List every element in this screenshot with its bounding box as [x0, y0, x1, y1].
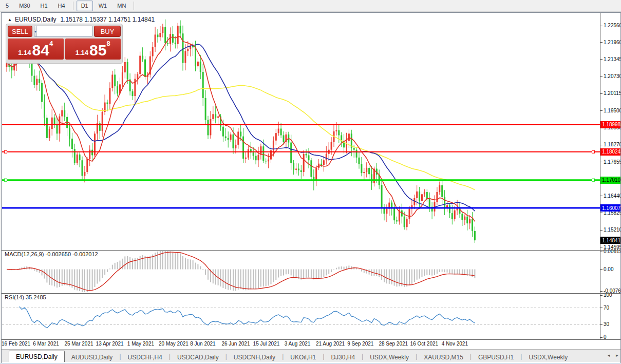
- rsi-label: RSI(14) 35.2485: [5, 294, 46, 300]
- axis-tick: [600, 42, 603, 43]
- axis-tick: [600, 252, 603, 252]
- axis-tick: [600, 295, 603, 296]
- macd-label: MACD(12,26,9) -0.002650 -0.002012: [5, 251, 98, 257]
- sell-price-fraction: 4: [49, 40, 53, 47]
- axis-tick: [600, 26, 603, 26]
- timeframe-button-h1[interactable]: H1: [36, 1, 52, 11]
- chart-symbol-label: EURUSD,Daily: [15, 16, 57, 23]
- price-level-badge: 1.17010: [600, 177, 620, 184]
- chart-tab-bar: EURUSD,DailyAUDUSD,Daily|USDCHF,H4|USDCA…: [2, 349, 620, 362]
- price-level-badge: 1.18998: [600, 121, 620, 128]
- axis-tick: [600, 213, 603, 213]
- tab-scroll-left-icon[interactable]: ◂: [608, 353, 610, 358]
- collapse-arrow-icon[interactable]: ▲: [8, 17, 12, 22]
- axis-tick: [600, 196, 603, 196]
- chart-window: ▲EURUSD,Daily1.15178 1.15337 1.14751 1.1…: [1, 12, 621, 363]
- price-tick-label: 1.20115: [604, 90, 620, 96]
- date-tick-label: 13 Apr 2021: [96, 341, 124, 347]
- date-tick-label: 25 Mar 2021: [64, 341, 93, 347]
- date-tick-label: 28 Sep 2021: [379, 341, 408, 347]
- sell-price-pips: 84: [32, 43, 49, 58]
- chart-tab-xauusd-m15[interactable]: XAUUSD,M15: [417, 352, 470, 362]
- tab-scroll-right-icon[interactable]: ▸: [616, 353, 618, 358]
- one-click-trade-panel: SELL ▾ ▴ BUY 1.14 84 4 1.14: [6, 24, 123, 64]
- price-level-badge: 1.18024: [600, 148, 620, 156]
- price-tick-label: 1.20730: [604, 73, 620, 79]
- price-tick-label: 1.15210: [604, 227, 620, 233]
- axis-tick: [600, 337, 603, 338]
- chart-tab-gbpusd-h1[interactable]: GBPUSD,H1: [472, 352, 520, 362]
- price-tick-label: 1.19500: [604, 108, 620, 113]
- date-tick-label: 4 Nov 2021: [442, 341, 468, 347]
- date-tick-label: 8 Jun 2021: [190, 341, 216, 347]
- price-tick-label: 1.18270: [604, 142, 620, 147]
- chart-tab-usdchf-h4[interactable]: USDCHF,H4: [121, 352, 169, 362]
- date-tick-label: 9 Sep 2021: [347, 341, 373, 347]
- date-tick-label: 16 Oct 2021: [410, 341, 438, 347]
- axis-tick: [600, 269, 603, 270]
- price-tick-label: 1.21960: [604, 40, 620, 45]
- buy-price-pips: 85: [89, 43, 106, 58]
- rsi-tick-label: 30: [604, 321, 609, 327]
- price-axis: 1.225601.219601.213451.207301.201151.195…: [600, 13, 620, 339]
- date-tick-label: 1 May 2021: [127, 341, 154, 347]
- time-axis: 16 Feb 20216 Mar 202125 Mar 202113 Apr 2…: [2, 339, 600, 349]
- rsi-panel[interactable]: RSI(14) 35.2485: [2, 293, 600, 339]
- timeframe-button-m30[interactable]: M30: [14, 1, 34, 11]
- axis-tick: [600, 76, 603, 77]
- timeframe-button-w1[interactable]: W1: [94, 1, 112, 11]
- price-tick-label: 1.22560: [604, 23, 620, 28]
- axis-tick: [600, 308, 603, 308]
- date-tick-label: 21 Aug 2021: [316, 341, 345, 347]
- macd-tick-label: 0.00: [604, 266, 613, 272]
- price-level-badge: 1.16007: [600, 204, 620, 212]
- timeframe-button-d1[interactable]: D1: [77, 1, 93, 11]
- chart-tab-usdcnh-daily[interactable]: USDCNH,Daily: [227, 352, 282, 362]
- trading-app: { "toolbar": { "items": ["5", "M30", "H1…: [0, 0, 621, 364]
- chart-tab-dj30-h4[interactable]: DJ30,H4: [324, 352, 362, 362]
- date-tick-label: 26 Jun 2021: [221, 341, 250, 347]
- axis-tick: [600, 324, 603, 325]
- chart-tab-usdx-weekly[interactable]: USDX,Weekly: [522, 352, 574, 362]
- chart-tab-usdx-weekly[interactable]: USDX,Weekly: [363, 352, 416, 362]
- price-tick-label: 1.17655: [604, 159, 620, 165]
- chart-tab-audusd-daily[interactable]: AUDUSD,Daily: [65, 352, 120, 362]
- date-tick-label: 3 Aug 2021: [285, 341, 311, 347]
- chart-tab-ukoil-h1[interactable]: UKOil,H1: [284, 352, 323, 362]
- panel-divider[interactable]: [2, 293, 620, 294]
- chart-ohlc-values: 1.15178 1.15337 1.14751 1.14841: [61, 16, 155, 23]
- macd-panel[interactable]: MACD(12,26,9) -0.002650 -0.002012: [2, 250, 600, 293]
- macd-tick-label: 0.006193: [604, 248, 620, 254]
- sell-price-box[interactable]: 1.14 84 4: [8, 39, 64, 60]
- date-tick-label: 15 Jul 2021: [253, 341, 280, 347]
- buy-button[interactable]: BUY: [94, 26, 121, 37]
- buy-price-box[interactable]: 1.14 85 8: [65, 39, 121, 60]
- sell-price-prefix: 1.14: [18, 49, 31, 56]
- timeframe-toolbar: 5M30H1H4D1W1MN: [0, 0, 621, 12]
- price-tick-label: 1.16440: [604, 193, 620, 199]
- date-tick-label: 6 Mar 2021: [33, 341, 59, 347]
- axis-tick: [600, 59, 603, 60]
- axis-tick: [600, 247, 603, 247]
- rsi-plot: [2, 293, 600, 339]
- timeframe-button-h4[interactable]: H4: [53, 1, 70, 11]
- price-level-badge: 1.14841: [600, 237, 620, 244]
- chart-title: ▲EURUSD,Daily1.15178 1.15337 1.14751 1.1…: [8, 16, 155, 23]
- rsi-tick-label: 70: [604, 305, 609, 311]
- price-tick-label: 1.21345: [604, 56, 620, 62]
- timeframe-button-5[interactable]: 5: [1, 1, 13, 11]
- price-chart[interactable]: ▲EURUSD,Daily1.15178 1.15337 1.14751 1.1…: [2, 13, 600, 250]
- sell-button[interactable]: SELL: [8, 26, 32, 37]
- buy-price-prefix: 1.14: [76, 49, 88, 56]
- volume-input[interactable]: [37, 26, 92, 36]
- date-tick-label: 20 May 2021: [159, 341, 189, 347]
- timeframe-button-mn[interactable]: MN: [112, 1, 130, 11]
- panel-divider[interactable]: [2, 250, 620, 251]
- panel-divider: [2, 339, 620, 340]
- chart-tab-usdcad-daily[interactable]: USDCAD,Daily: [171, 352, 225, 362]
- chart-tab-eurusd-daily[interactable]: EURUSD,Daily: [9, 351, 65, 362]
- axis-tick: [600, 162, 603, 162]
- axis-tick: [600, 110, 603, 111]
- axis-tick: [600, 93, 603, 94]
- axis-tick: [600, 291, 603, 292]
